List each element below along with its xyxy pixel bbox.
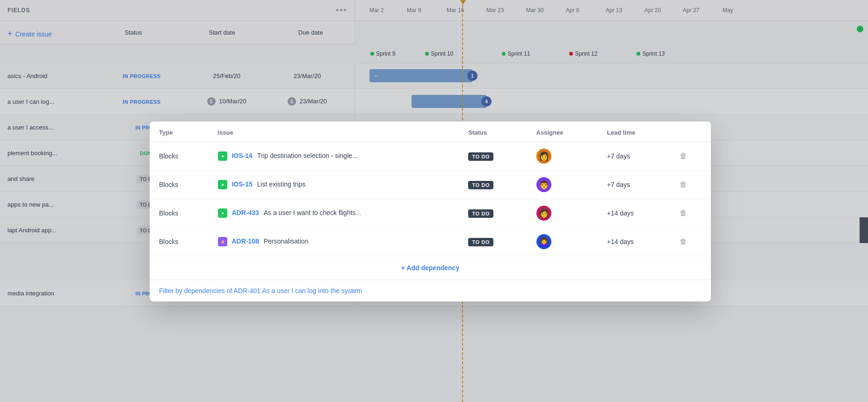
issue-key-1[interactable]: IOS-15 [231, 180, 252, 188]
dep-assignee-3: 👩‍🦱 [527, 228, 598, 256]
th-assignee: Assignee [527, 122, 598, 142]
dep-lead-time-3: +14 days [598, 228, 671, 256]
dep-lead-time-0: +7 days [598, 142, 671, 171]
delete-icon-3[interactable]: 🗑 [680, 237, 687, 245]
modal-status-badge-3: TO DO [468, 238, 493, 246]
issue-icon-1: ✦ [218, 180, 227, 189]
dep-status-0: TO DO [459, 142, 527, 171]
th-issue: Issue [209, 122, 459, 142]
modal-status-badge-0: TO DO [468, 152, 493, 161]
add-dependency-row: + Add dependency [150, 256, 711, 280]
table-header-row: Type Issue Status Assignee Lead time [150, 122, 711, 142]
list-item: Blocks ⚡ ADR-108 Personalisation TO DO 👩… [150, 228, 711, 256]
add-dependency-button[interactable]: + Add dependency [401, 264, 459, 272]
dep-assignee-0: 👩 [527, 142, 598, 171]
th-type: Type [150, 122, 209, 142]
issue-icon-0: ✦ [218, 151, 227, 161]
dep-lead-time-1: +7 days [598, 171, 671, 199]
list-item: Blocks ✦ IOS-15 List existing trips TO D… [150, 171, 711, 199]
th-status: Status [459, 122, 527, 142]
issue-title-0: Trip destination selection - single... [257, 152, 358, 159]
dependencies-table: Type Issue Status Assignee Lead time Blo… [150, 122, 711, 256]
th-lead-time: Lead time [598, 122, 671, 142]
list-item: Blocks ✦ ADR-433 As a user I want to che… [150, 199, 711, 228]
dep-issue-3: ⚡ ADR-108 Personalisation [209, 228, 459, 256]
dep-delete-1[interactable]: 🗑 [670, 171, 711, 199]
dep-type-3: Blocks [150, 228, 209, 256]
issue-title-2: As a user I want to check flights... [264, 209, 362, 216]
dep-delete-2[interactable]: 🗑 [670, 199, 711, 228]
dep-issue-0: ✦ IOS-14 Trip destination selection - si… [209, 142, 459, 171]
modal-status-badge-1: TO DO [468, 181, 493, 189]
modal-status-badge-2: TO DO [468, 209, 493, 218]
dep-status-2: TO DO [459, 199, 527, 228]
dep-type-0: Blocks [150, 142, 209, 171]
filter-row: Filter by dependencies of ADR-401 As a u… [150, 280, 711, 302]
avatar-2: 👩 [536, 206, 551, 221]
dep-type-2: Blocks [150, 199, 209, 228]
dep-issue-2: ✦ ADR-433 As a user I want to check flig… [209, 199, 459, 228]
issue-icon-3: ⚡ [218, 237, 227, 246]
dep-issue-1: ✦ IOS-15 List existing trips [209, 171, 459, 199]
delete-icon-1[interactable]: 🗑 [680, 180, 687, 188]
avatar-0: 👩 [536, 149, 551, 164]
issue-key-2[interactable]: ADR-433 [231, 209, 259, 216]
dep-lead-time-2: +14 days [598, 199, 671, 228]
dep-assignee-2: 👩 [527, 199, 598, 228]
dep-status-3: TO DO [459, 228, 527, 256]
dep-delete-3[interactable]: 🗑 [670, 228, 711, 256]
list-item: Blocks ✦ IOS-14 Trip destination selecti… [150, 142, 711, 171]
issue-icon-2: ✦ [218, 208, 227, 218]
issue-title-3: Personalisation [264, 237, 309, 245]
issue-title-1: List existing trips [257, 180, 305, 188]
issue-key-0[interactable]: IOS-14 [231, 152, 252, 159]
dep-assignee-1: 👨 [527, 171, 598, 199]
issue-key-3[interactable]: ADR-108 [231, 237, 259, 245]
avatar-1: 👨 [536, 177, 551, 192]
delete-icon-2[interactable]: 🗑 [680, 209, 687, 217]
avatar-3: 👩‍🦱 [536, 234, 551, 249]
th-actions [670, 122, 711, 142]
dep-delete-0[interactable]: 🗑 [670, 142, 711, 171]
dependencies-modal: Type Issue Status Assignee Lead time Blo… [150, 122, 711, 302]
filter-link[interactable]: Filter by dependencies of ADR-401 As a u… [159, 287, 362, 294]
dep-type-1: Blocks [150, 171, 209, 199]
dep-status-1: TO DO [459, 171, 527, 199]
delete-icon-0[interactable]: 🗑 [680, 152, 687, 160]
